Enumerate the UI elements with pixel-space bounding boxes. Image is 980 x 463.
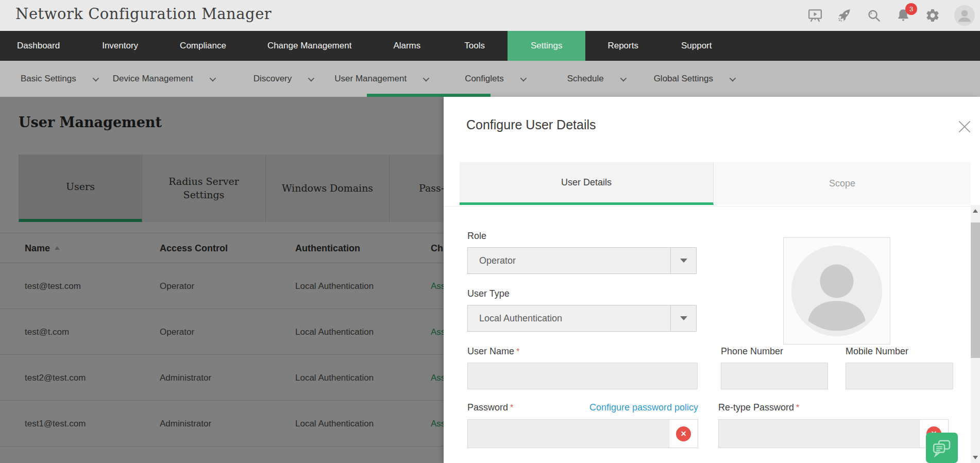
role-label: Role: [467, 231, 486, 242]
required-asterisk: *: [510, 403, 513, 412]
user-type-value: Local Authentication: [468, 313, 670, 324]
user-avatar-icon[interactable]: [954, 5, 975, 26]
app-title: Network Configuration Manager: [15, 5, 272, 23]
label-text: Re-type Password: [718, 402, 794, 413]
role-value: Operator: [468, 255, 670, 266]
scroll-down-arrow[interactable]: [971, 453, 980, 462]
retype-password-field-group: ✕: [718, 419, 949, 448]
app-window: Network Configuration Manager: [0, 0, 980, 463]
password-field-group: ✕: [467, 419, 698, 448]
phone-number-label: Phone Number: [721, 346, 783, 357]
phone-number-input[interactable]: [721, 363, 828, 389]
tabs-divider: [444, 206, 980, 207]
password-error-box: ✕: [669, 420, 698, 448]
panel-scrollbar[interactable]: [971, 205, 980, 463]
search-icon[interactable]: [866, 8, 882, 23]
rocket-icon[interactable]: [837, 8, 852, 23]
mobile-number-input[interactable]: [846, 363, 953, 389]
user-type-label: User Type: [467, 288, 510, 299]
scrollbar-thumb[interactable]: [971, 222, 980, 358]
nav-item-alarms[interactable]: Alarms: [393, 31, 420, 61]
profile-photo-placeholder[interactable]: [783, 237, 890, 345]
nav-item-inventory[interactable]: Inventory: [102, 31, 138, 61]
label-text: User Name: [467, 346, 514, 356]
tab-scope[interactable]: Scope: [714, 162, 971, 205]
retype-password-label: Re-type Password*: [718, 402, 799, 413]
required-asterisk: *: [516, 347, 519, 356]
configure-password-policy-link[interactable]: Configure password policy: [589, 402, 698, 413]
configure-user-details-panel: Configure User Details User Details Scop…: [444, 97, 980, 463]
live-chat-button[interactable]: [926, 433, 958, 463]
mobile-number-label: Mobile Number: [846, 346, 908, 357]
top-header: Network Configuration Manager: [0, 0, 980, 31]
modal-backdrop-subnav: [0, 61, 980, 97]
nav-item-dashboard[interactable]: Dashboard: [17, 31, 60, 61]
gear-icon[interactable]: [925, 8, 940, 23]
main-nav: Dashboard Inventory Compliance Change Ma…: [0, 31, 980, 61]
nav-item-change-management[interactable]: Change Management: [267, 31, 352, 61]
required-asterisk: *: [796, 403, 799, 412]
header-icon-row: 3: [807, 0, 975, 31]
user-name-label: User Name*: [467, 346, 519, 357]
tab-user-details[interactable]: User Details: [460, 162, 714, 205]
password-input[interactable]: [468, 420, 669, 448]
nav-item-support[interactable]: Support: [681, 31, 712, 61]
panel-tabs: User Details Scope: [460, 162, 971, 205]
role-select[interactable]: Operator: [467, 247, 697, 274]
nav-item-tools[interactable]: Tools: [464, 31, 485, 61]
error-icon: ✕: [676, 426, 691, 441]
notification-badge: 3: [905, 3, 917, 15]
user-name-input[interactable]: [467, 363, 698, 389]
password-header-row: Password* Configure password policy: [467, 402, 698, 413]
user-type-select[interactable]: Local Authentication: [467, 305, 697, 332]
dropdown-arrow-icon: [670, 305, 696, 331]
dropdown-arrow-icon: [670, 248, 696, 273]
notifications-bell-icon[interactable]: 3: [895, 8, 911, 23]
nav-item-reports[interactable]: Reports: [607, 31, 638, 61]
label-text: Password: [467, 402, 508, 413]
password-label: Password*: [467, 402, 513, 413]
scroll-up-arrow[interactable]: [971, 206, 980, 215]
nav-item-compliance[interactable]: Compliance: [180, 31, 226, 61]
panel-title: Configure User Details: [466, 117, 596, 132]
nav-item-settings-active[interactable]: Settings: [508, 31, 585, 61]
close-icon[interactable]: [956, 118, 973, 135]
retype-password-input[interactable]: [719, 420, 919, 448]
presentation-icon[interactable]: [807, 8, 823, 23]
